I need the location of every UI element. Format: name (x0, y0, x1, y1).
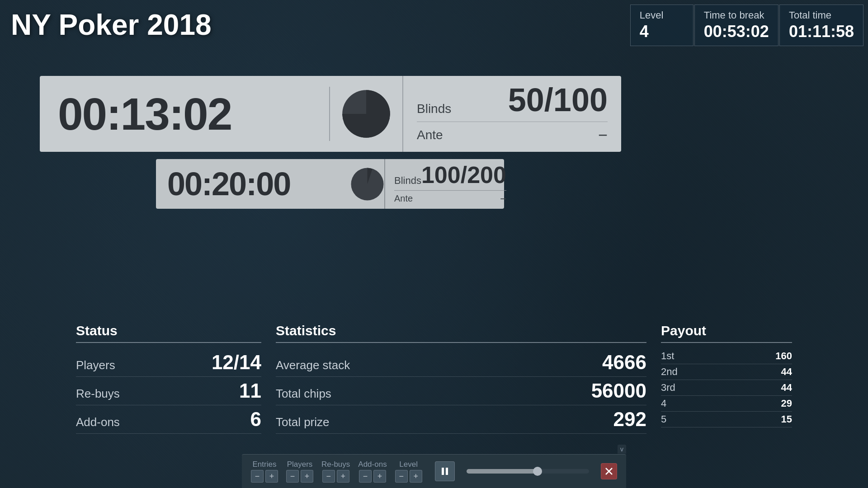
level-group: Level − + (395, 460, 422, 483)
level-label: Level (640, 9, 684, 21)
pause-button[interactable] (435, 461, 455, 481)
players-row: Players 12/14 (76, 348, 261, 377)
ante-value: − (598, 126, 608, 145)
app-title: NY Poker 2018 (11, 8, 212, 42)
time-to-break-box: Time to break 00:53:02 (694, 5, 778, 46)
addons-buttons: − + (359, 470, 386, 483)
secondary-blinds-label: Blinds (394, 175, 421, 187)
total-chips-value: 56000 (591, 380, 646, 402)
progress-bar[interactable] (467, 469, 589, 474)
main-blinds-area: Blinds 50/100 Ante − (402, 76, 621, 152)
avg-stack-label: Average stack (276, 358, 350, 372)
pause-icon (440, 467, 449, 476)
payout-4-label: 4 (661, 398, 666, 409)
players-label: Players (76, 358, 115, 372)
statistics-title: Statistics (276, 323, 646, 343)
payout-row-3rd: 3rd 44 (661, 380, 792, 396)
payout-panel: Payout 1st 160 2nd 44 3rd 44 4 29 5 15 (661, 323, 792, 434)
avg-stack-row: Average stack 4666 (276, 348, 646, 377)
entries-buttons: − + (251, 470, 278, 483)
rebuys-buttons: − + (322, 470, 349, 483)
addons-group: Add-ons − + (358, 460, 387, 483)
level-value: 4 (640, 22, 684, 41)
payout-row-1st: 1st 160 (661, 348, 792, 364)
payout-5-label: 5 (661, 413, 666, 425)
control-bar: v Entries − + Players − + Re-buys − + Ad… (242, 454, 626, 488)
main-timer-card: 00:13:02 Blinds 50/100 Ante − (40, 76, 621, 152)
secondary-ante-value: − (500, 192, 506, 205)
addons-label: Add-ons (76, 415, 120, 429)
payout-2nd-label: 2nd (661, 366, 678, 378)
total-chips-row: Total chips 56000 (276, 377, 646, 405)
progress-handle[interactable] (533, 467, 542, 476)
level-buttons: − + (395, 470, 422, 483)
avg-stack-value: 4666 (602, 351, 646, 374)
payout-3rd-value: 44 (781, 382, 792, 394)
time-to-break-label: Time to break (704, 9, 769, 21)
v-label: v (618, 445, 626, 454)
rebuys-value: 11 (239, 380, 261, 402)
addons-plus-button[interactable]: + (373, 470, 386, 483)
total-time-label: Total time (789, 9, 854, 21)
svg-rect-2 (442, 468, 444, 475)
addons-minus-button[interactable]: − (359, 470, 372, 483)
secondary-timer-card: 00:20:00 Blinds 100/200 Ante − (156, 159, 504, 209)
entries-minus-button[interactable]: − (251, 470, 264, 483)
progress-fill (467, 469, 538, 474)
entries-group: Entries − + (251, 460, 278, 483)
svg-rect-3 (446, 468, 448, 475)
secondary-pie-chart (350, 167, 384, 201)
level-ctrl-label: Level (399, 460, 418, 469)
main-pie-area (330, 78, 402, 150)
rebuys-ctrl-label: Re-buys (321, 460, 350, 469)
players-minus-button[interactable]: − (286, 470, 299, 483)
ante-label: Ante (417, 128, 443, 142)
secondary-timer-display: 00:20:00 (156, 165, 350, 202)
rebuys-label: Re-buys (76, 387, 120, 401)
status-title: Status (76, 323, 261, 343)
total-prize-value: 292 (613, 408, 646, 431)
level-box: Level 4 (630, 5, 693, 46)
secondary-blinds-row: Blinds 100/200 (394, 163, 506, 191)
players-ctrl-label: Players (287, 460, 313, 469)
payout-4-value: 29 (781, 398, 792, 409)
payout-1st-value: 160 (775, 350, 792, 362)
payout-row-2nd: 2nd 44 (661, 364, 792, 380)
entries-label: Entries (253, 460, 277, 469)
stats-container: Status Players 12/14 Re-buys 11 Add-ons … (76, 323, 792, 434)
payout-3rd-label: 3rd (661, 382, 675, 394)
rebuys-plus-button[interactable]: + (337, 470, 349, 483)
players-plus-button[interactable]: + (301, 470, 313, 483)
header-stats: Level 4 Time to break 00:53:02 Total tim… (630, 5, 863, 46)
total-prize-label: Total prize (276, 415, 330, 429)
secondary-pie-area (350, 167, 384, 201)
addons-ctrl-label: Add-ons (358, 460, 387, 469)
time-to-break-value: 00:53:02 (704, 22, 769, 41)
total-time-box: Total time 01:11:58 (779, 5, 863, 46)
entries-plus-button[interactable]: + (265, 470, 278, 483)
payout-row-5: 5 15 (661, 412, 792, 427)
payout-row-4: 4 29 (661, 396, 792, 412)
rebuys-row: Re-buys 11 (76, 377, 261, 405)
addons-row: Add-ons 6 (76, 405, 261, 434)
ante-row: Ante − (417, 122, 608, 145)
payout-5-value: 15 (781, 413, 792, 425)
main-pie-chart (341, 89, 391, 139)
payout-title: Payout (661, 323, 792, 343)
level-plus-button[interactable]: + (410, 470, 422, 483)
players-value: 12/14 (212, 351, 261, 374)
level-minus-button[interactable]: − (395, 470, 408, 483)
rebuys-minus-button[interactable]: − (322, 470, 335, 483)
total-chips-label: Total chips (276, 387, 331, 401)
close-icon (605, 467, 613, 475)
main-timer-display: 00:13:02 (40, 88, 329, 140)
close-button[interactable] (601, 463, 617, 479)
blinds-value: 50/100 (508, 84, 608, 116)
status-panel: Status Players 12/14 Re-buys 11 Add-ons … (76, 323, 261, 434)
secondary-blinds-area: Blinds 100/200 Ante − (384, 159, 515, 209)
total-prize-row: Total prize 292 (276, 405, 646, 434)
total-time-value: 01:11:58 (789, 22, 854, 41)
secondary-ante-label: Ante (394, 193, 413, 204)
payout-2nd-value: 44 (781, 366, 792, 378)
addons-value: 6 (250, 408, 261, 431)
